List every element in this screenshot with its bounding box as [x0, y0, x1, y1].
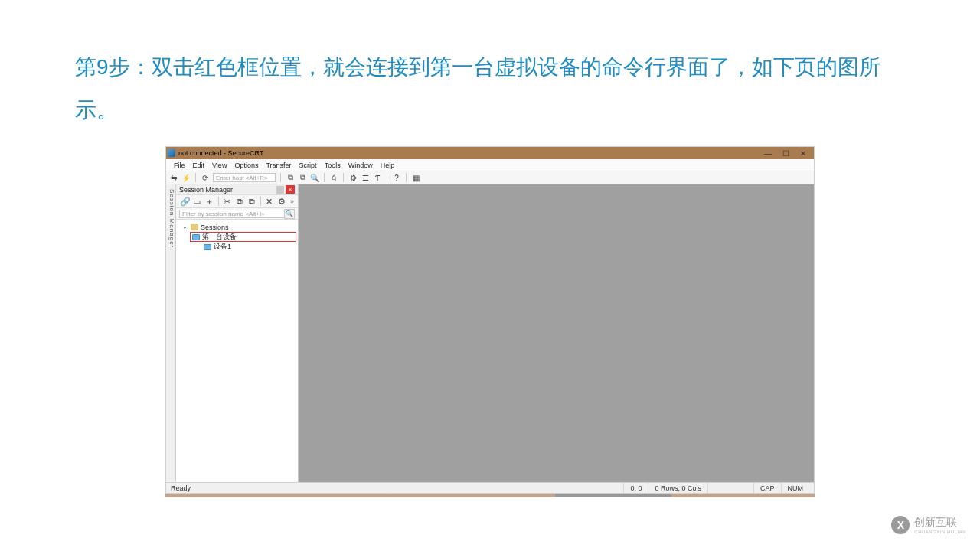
- panel-toolbar: 🔗 ▭ ＋ ✂ ⧉ ⧉ ✕ ⚙ »: [176, 195, 298, 208]
- main-toolbar: ⇆ ⚡ ⟳ Enter host <Alt+R> ⧉ ⧉ 🔍 ⎙ ⚙ ☰ Ƭ ?…: [166, 171, 814, 184]
- window-title: not connected - SecureCRT: [178, 149, 263, 157]
- menu-bar: File Edit View Options Transfer Script T…: [166, 159, 814, 171]
- tree-root-label: Sessions: [201, 223, 229, 231]
- find-icon[interactable]: 🔍: [310, 173, 319, 182]
- copy-icon[interactable]: ⧉: [236, 197, 243, 207]
- maximize-button[interactable]: ☐: [782, 149, 789, 158]
- search-icon[interactable]: 🔍: [284, 209, 295, 219]
- menu-tools[interactable]: Tools: [325, 161, 341, 169]
- script-icon[interactable]: Ƭ: [373, 173, 382, 182]
- session-item[interactable]: 设备1: [182, 242, 295, 252]
- logo-badge-icon: X: [891, 516, 910, 534]
- terminal-icon: [204, 244, 211, 250]
- status-ready: Ready: [171, 484, 191, 492]
- tree-root-sessions[interactable]: ⌄ Sessions: [182, 222, 295, 232]
- settings-icon[interactable]: ⚙: [348, 173, 358, 182]
- separator-icon: [280, 173, 281, 182]
- highlighted-session[interactable]: 第一台设备: [190, 232, 296, 242]
- status-bar: Ready 0, 0 0 Rows, 0 Cols CAP NUM: [166, 482, 814, 493]
- reconnect-icon[interactable]: ⟳: [201, 173, 210, 182]
- app-body: Session Manager Session Manager × 🔗 ▭ ＋ …: [166, 184, 814, 482]
- terminal-area: [299, 184, 814, 482]
- quick-connect-icon[interactable]: ⚡: [181, 173, 191, 182]
- help-icon[interactable]: ?: [392, 173, 401, 182]
- filter-row: Filter by session name <Alt+I> 🔍: [176, 208, 298, 220]
- link-icon[interactable]: 🔗: [180, 197, 188, 207]
- about-icon[interactable]: ▦: [411, 173, 420, 182]
- panel-header: Session Manager ×: [176, 184, 298, 195]
- app-icon: [168, 149, 175, 157]
- status-rows-cols: 0 Rows, 0 Cols: [648, 483, 707, 493]
- session-tree: ⌄ Sessions 第一台设备 设备1: [176, 220, 298, 482]
- title-bar: not connected - SecureCRT — ☐ ✕: [166, 147, 814, 159]
- logo-text: 创新互联: [914, 516, 957, 528]
- session-label: 第一台设备: [202, 232, 237, 242]
- cut-icon[interactable]: ✂: [224, 197, 231, 207]
- status-caps: CAP: [753, 483, 781, 493]
- menu-edit[interactable]: Edit: [193, 161, 205, 169]
- pin-icon[interactable]: [276, 186, 284, 194]
- filter-input[interactable]: Filter by session name <Alt+I>: [179, 210, 284, 218]
- decorative-strip: [165, 494, 815, 497]
- menu-options[interactable]: Options: [234, 161, 258, 169]
- instruction-text: 第9步：双击红色框位置，就会连接到第一台虚拟设备的命令行界面了，如下页的图所示。: [75, 46, 902, 132]
- menu-help[interactable]: Help: [381, 161, 395, 169]
- separator-icon: [343, 173, 344, 182]
- separator-icon: [260, 197, 261, 206]
- menu-view[interactable]: View: [212, 161, 227, 169]
- new-folder-icon[interactable]: ▭: [193, 197, 201, 207]
- menu-transfer[interactable]: Transfer: [266, 161, 291, 169]
- status-encoding: [707, 483, 753, 493]
- paste-icon[interactable]: ⧉: [298, 173, 307, 182]
- separator-icon: [195, 173, 196, 182]
- panel-close-button[interactable]: ×: [286, 185, 295, 194]
- separator-icon: [387, 173, 387, 182]
- logo-subtext: CHUANGXIN HULIAN: [914, 530, 966, 534]
- print-icon[interactable]: ⎙: [329, 173, 338, 182]
- host-input[interactable]: Enter host <Alt+R>: [213, 173, 276, 182]
- menu-file[interactable]: File: [174, 161, 185, 169]
- separator-icon: [324, 173, 325, 182]
- paste-icon[interactable]: ⧉: [248, 197, 256, 207]
- window-controls: — ☐ ✕: [764, 147, 814, 159]
- menu-window[interactable]: Window: [348, 161, 373, 169]
- delete-icon[interactable]: ✕: [266, 197, 273, 207]
- status-num: NUM: [781, 483, 810, 493]
- expand-icon[interactable]: ⌄: [182, 223, 188, 230]
- options-icon[interactable]: ☰: [361, 173, 370, 182]
- side-tab-session-manager[interactable]: Session Manager: [166, 184, 176, 482]
- minimize-button[interactable]: —: [764, 149, 772, 158]
- status-cursor-pos: 0, 0: [623, 483, 648, 493]
- folder-icon: [191, 224, 198, 230]
- panel-title: Session Manager: [179, 186, 276, 194]
- menu-script[interactable]: Script: [299, 161, 317, 169]
- new-session-icon[interactable]: ＋: [205, 196, 214, 207]
- session-label: 设备1: [214, 242, 231, 252]
- close-button[interactable]: ✕: [800, 149, 806, 158]
- session-manager-panel: Session Manager × 🔗 ▭ ＋ ✂ ⧉ ⧉ ✕ ⚙ » Filt…: [176, 184, 299, 482]
- separator-icon: [218, 197, 219, 206]
- separator-icon: [406, 173, 407, 182]
- overflow-icon[interactable]: »: [290, 197, 294, 205]
- copy-icon[interactable]: ⧉: [286, 173, 295, 182]
- properties-icon[interactable]: ⚙: [278, 197, 286, 207]
- connect-icon[interactable]: ⇆: [169, 173, 178, 182]
- terminal-icon: [192, 234, 200, 240]
- watermark-logo: X 创新互联 CHUANGXIN HULIAN: [891, 516, 966, 534]
- securecrt-window: not connected - SecureCRT — ☐ ✕ File Edi…: [165, 146, 815, 494]
